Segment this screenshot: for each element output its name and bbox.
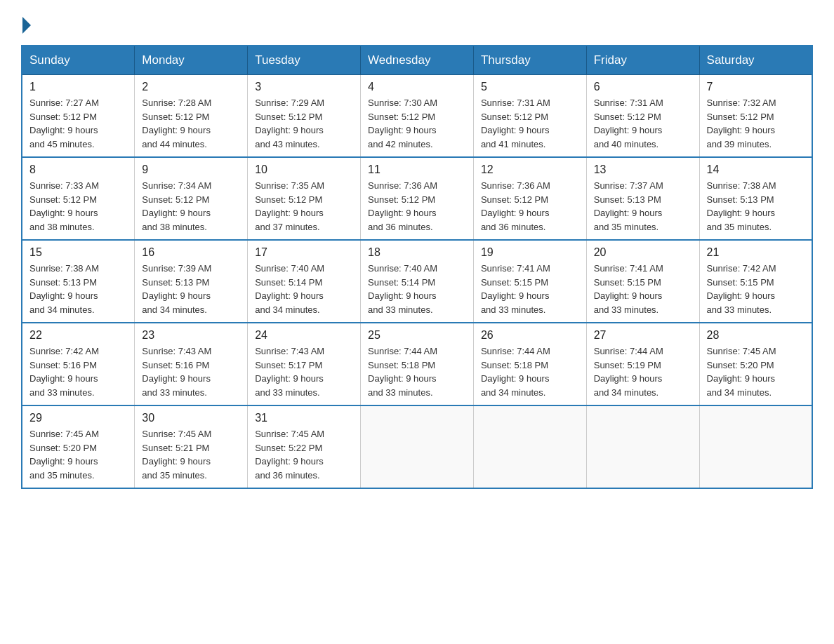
- day-info: Sunrise: 7:44 AMSunset: 5:18 PMDaylight:…: [368, 344, 466, 399]
- calendar-cell: 27Sunrise: 7:44 AMSunset: 5:19 PMDayligh…: [586, 323, 699, 405]
- calendar-week-row: 1Sunrise: 7:27 AMSunset: 5:12 PMDaylight…: [22, 75, 812, 158]
- logo-arrow-icon: [22, 17, 31, 34]
- day-info: Sunrise: 7:43 AMSunset: 5:17 PMDaylight:…: [255, 344, 353, 399]
- day-number: 1: [29, 81, 127, 93]
- calendar-cell: 1Sunrise: 7:27 AMSunset: 5:12 PMDaylight…: [22, 75, 135, 158]
- day-number: 19: [481, 246, 579, 259]
- day-number: 14: [707, 163, 805, 176]
- day-info: Sunrise: 7:44 AMSunset: 5:18 PMDaylight:…: [481, 344, 579, 399]
- calendar-cell: [361, 405, 474, 488]
- day-of-week-header: Sunday: [22, 46, 135, 75]
- day-number: 13: [594, 163, 692, 176]
- day-number: 6: [594, 81, 692, 93]
- day-of-week-header: Thursday: [473, 46, 586, 75]
- calendar-cell: 3Sunrise: 7:29 AMSunset: 5:12 PMDaylight…: [248, 75, 361, 158]
- day-number: 30: [142, 412, 240, 424]
- day-number: 12: [481, 163, 579, 176]
- calendar-header-row: SundayMondayTuesdayWednesdayThursdayFrid…: [22, 46, 812, 75]
- day-number: 11: [368, 163, 466, 176]
- calendar-cell: 29Sunrise: 7:45 AMSunset: 5:20 PMDayligh…: [22, 405, 135, 488]
- calendar-cell: 8Sunrise: 7:33 AMSunset: 5:12 PMDaylight…: [22, 157, 135, 240]
- day-number: 7: [707, 81, 805, 93]
- day-info: Sunrise: 7:38 AMSunset: 5:13 PMDaylight:…: [29, 262, 127, 316]
- day-info: Sunrise: 7:31 AMSunset: 5:12 PMDaylight:…: [594, 96, 692, 151]
- calendar-cell: 31Sunrise: 7:45 AMSunset: 5:22 PMDayligh…: [248, 405, 361, 488]
- calendar-cell: 13Sunrise: 7:37 AMSunset: 5:13 PMDayligh…: [586, 157, 699, 240]
- day-info: Sunrise: 7:27 AMSunset: 5:12 PMDaylight:…: [29, 96, 127, 151]
- day-of-week-header: Saturday: [699, 46, 812, 75]
- calendar-cell: 26Sunrise: 7:44 AMSunset: 5:18 PMDayligh…: [473, 323, 586, 405]
- day-number: 18: [368, 246, 466, 259]
- day-number: 9: [142, 163, 240, 176]
- calendar-table: SundayMondayTuesdayWednesdayThursdayFrid…: [21, 45, 813, 489]
- day-number: 31: [255, 412, 353, 424]
- day-number: 28: [707, 329, 805, 342]
- day-info: Sunrise: 7:44 AMSunset: 5:19 PMDaylight:…: [594, 344, 692, 399]
- day-of-week-header: Wednesday: [361, 46, 474, 75]
- calendar-cell: 20Sunrise: 7:41 AMSunset: 5:15 PMDayligh…: [586, 240, 699, 323]
- calendar-cell: 16Sunrise: 7:39 AMSunset: 5:13 PMDayligh…: [135, 240, 248, 323]
- calendar-cell: 25Sunrise: 7:44 AMSunset: 5:18 PMDayligh…: [361, 323, 474, 405]
- calendar-cell: 7Sunrise: 7:32 AMSunset: 5:12 PMDaylight…: [699, 75, 812, 158]
- day-number: 20: [594, 246, 692, 259]
- calendar-cell: 19Sunrise: 7:41 AMSunset: 5:15 PMDayligh…: [473, 240, 586, 323]
- day-number: 17: [255, 246, 353, 259]
- day-number: 22: [29, 329, 127, 342]
- day-info: Sunrise: 7:45 AMSunset: 5:20 PMDaylight:…: [29, 427, 127, 482]
- day-of-week-header: Friday: [586, 46, 699, 75]
- calendar-cell: 5Sunrise: 7:31 AMSunset: 5:12 PMDaylight…: [473, 75, 586, 158]
- page-header: [21, 14, 813, 31]
- day-info: Sunrise: 7:37 AMSunset: 5:13 PMDaylight:…: [594, 179, 692, 234]
- day-number: 3: [255, 81, 353, 93]
- day-number: 21: [707, 246, 805, 259]
- day-number: 16: [142, 246, 240, 259]
- day-info: Sunrise: 7:35 AMSunset: 5:12 PMDaylight:…: [255, 179, 353, 234]
- day-number: 24: [255, 329, 353, 342]
- day-info: Sunrise: 7:45 AMSunset: 5:22 PMDaylight:…: [255, 427, 353, 482]
- calendar-cell: 21Sunrise: 7:42 AMSunset: 5:15 PMDayligh…: [699, 240, 812, 323]
- day-info: Sunrise: 7:31 AMSunset: 5:12 PMDaylight:…: [481, 96, 579, 151]
- day-info: Sunrise: 7:36 AMSunset: 5:12 PMDaylight:…: [481, 179, 579, 234]
- calendar-week-row: 29Sunrise: 7:45 AMSunset: 5:20 PMDayligh…: [22, 405, 812, 488]
- day-of-week-header: Tuesday: [248, 46, 361, 75]
- calendar-cell: 15Sunrise: 7:38 AMSunset: 5:13 PMDayligh…: [22, 240, 135, 323]
- day-info: Sunrise: 7:41 AMSunset: 5:15 PMDaylight:…: [594, 262, 692, 316]
- day-info: Sunrise: 7:34 AMSunset: 5:12 PMDaylight:…: [142, 179, 240, 234]
- day-number: 29: [29, 412, 127, 424]
- calendar-cell: 11Sunrise: 7:36 AMSunset: 5:12 PMDayligh…: [361, 157, 474, 240]
- calendar-cell: 17Sunrise: 7:40 AMSunset: 5:14 PMDayligh…: [248, 240, 361, 323]
- calendar-cell: [473, 405, 586, 488]
- day-number: 4: [368, 81, 466, 93]
- calendar-cell: 2Sunrise: 7:28 AMSunset: 5:12 PMDaylight…: [135, 75, 248, 158]
- day-info: Sunrise: 7:45 AMSunset: 5:21 PMDaylight:…: [142, 427, 240, 482]
- calendar-cell: 28Sunrise: 7:45 AMSunset: 5:20 PMDayligh…: [699, 323, 812, 405]
- calendar-week-row: 8Sunrise: 7:33 AMSunset: 5:12 PMDaylight…: [22, 157, 812, 240]
- day-number: 15: [29, 246, 127, 259]
- calendar-cell: 6Sunrise: 7:31 AMSunset: 5:12 PMDaylight…: [586, 75, 699, 158]
- day-info: Sunrise: 7:36 AMSunset: 5:12 PMDaylight:…: [368, 179, 466, 234]
- day-of-week-header: Monday: [135, 46, 248, 75]
- day-info: Sunrise: 7:29 AMSunset: 5:12 PMDaylight:…: [255, 96, 353, 151]
- calendar-cell: 18Sunrise: 7:40 AMSunset: 5:14 PMDayligh…: [361, 240, 474, 323]
- day-info: Sunrise: 7:28 AMSunset: 5:12 PMDaylight:…: [142, 96, 240, 151]
- calendar-cell: [586, 405, 699, 488]
- calendar-cell: 12Sunrise: 7:36 AMSunset: 5:12 PMDayligh…: [473, 157, 586, 240]
- calendar-cell: 10Sunrise: 7:35 AMSunset: 5:12 PMDayligh…: [248, 157, 361, 240]
- day-info: Sunrise: 7:39 AMSunset: 5:13 PMDaylight:…: [142, 262, 240, 316]
- logo: [21, 14, 31, 31]
- day-info: Sunrise: 7:30 AMSunset: 5:12 PMDaylight:…: [368, 96, 466, 151]
- day-info: Sunrise: 7:43 AMSunset: 5:16 PMDaylight:…: [142, 344, 240, 399]
- day-number: 2: [142, 81, 240, 93]
- day-info: Sunrise: 7:32 AMSunset: 5:12 PMDaylight:…: [707, 96, 805, 151]
- calendar-cell: [699, 405, 812, 488]
- day-number: 25: [368, 329, 466, 342]
- day-number: 8: [29, 163, 127, 176]
- calendar-week-row: 15Sunrise: 7:38 AMSunset: 5:13 PMDayligh…: [22, 240, 812, 323]
- day-number: 5: [481, 81, 579, 93]
- calendar-cell: 4Sunrise: 7:30 AMSunset: 5:12 PMDaylight…: [361, 75, 474, 158]
- day-number: 27: [594, 329, 692, 342]
- day-info: Sunrise: 7:42 AMSunset: 5:16 PMDaylight:…: [29, 344, 127, 399]
- day-number: 10: [255, 163, 353, 176]
- calendar-cell: 23Sunrise: 7:43 AMSunset: 5:16 PMDayligh…: [135, 323, 248, 405]
- day-info: Sunrise: 7:42 AMSunset: 5:15 PMDaylight:…: [707, 262, 805, 316]
